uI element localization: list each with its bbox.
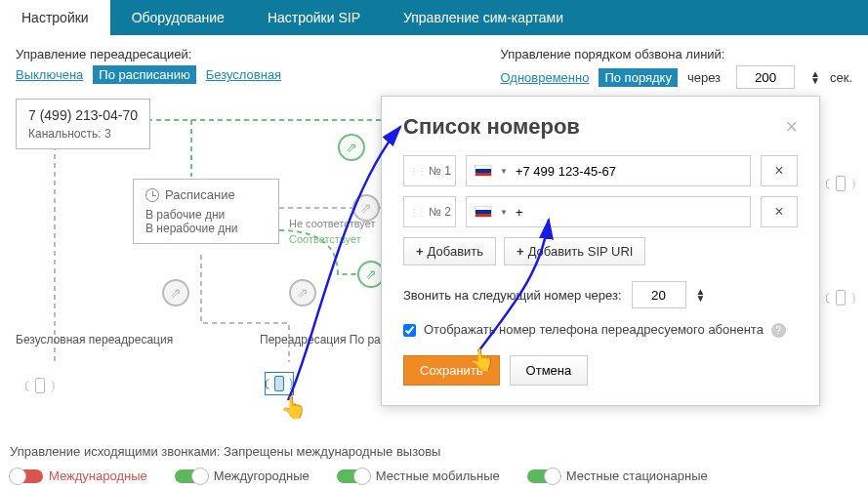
tab-equipment[interactable]: Оборудование xyxy=(110,0,246,35)
number-input-1[interactable] xyxy=(516,164,742,179)
phone-icon-scheduled[interactable]: ⟮⟯ xyxy=(265,372,294,395)
seconds-stepper[interactable]: ▲▼ xyxy=(810,70,820,84)
main-number: 7 (499) 213-04-70 xyxy=(28,107,138,123)
toggle-international[interactable]: Международные xyxy=(10,469,147,483)
forward-icon-inactive-2: ⇗ xyxy=(162,279,189,306)
order-seconds-input[interactable] xyxy=(736,65,795,89)
delete-number-1[interactable]: × xyxy=(761,155,798,186)
channel-count: Канальность: 3 xyxy=(28,127,138,141)
modal-title: Список номеров xyxy=(403,114,580,140)
flag-dropdown-2[interactable]: ▼ xyxy=(500,208,508,217)
tab-settings[interactable]: Настройки xyxy=(0,0,110,35)
order-opt-simultaneous[interactable]: Одновременно xyxy=(500,70,589,85)
match-yes-label: Соответствует xyxy=(289,233,361,245)
number-row-1: № 1 ▼ × xyxy=(403,155,798,186)
fwd-opt-off[interactable]: Выключена xyxy=(16,67,83,82)
delay-input[interactable] xyxy=(632,281,686,308)
order-after-label: через xyxy=(687,70,721,85)
fwd-opt-unconditional[interactable]: Безусловная xyxy=(206,67,281,82)
forward-icon-active[interactable]: ⇗ xyxy=(338,134,365,161)
tab-sip[interactable]: Настройки SIP xyxy=(246,0,382,35)
order-title: Управление порядком обзвона линий: xyxy=(500,47,852,61)
outgoing-title: Управление исходящими звонками: Запрещен… xyxy=(10,444,858,459)
show-caller-label: Отображать номер телефона переадресуемог… xyxy=(424,322,764,337)
toggle-local-landline[interactable]: Местные стационарные xyxy=(527,469,708,483)
phone-icon-right-1[interactable]: ⟮⟯ xyxy=(826,172,855,195)
delay-stepper[interactable]: ▲▼ xyxy=(696,288,706,302)
cancel-button[interactable]: Отмена xyxy=(510,355,589,386)
schedule-weekend: В нерабочие дни xyxy=(145,222,267,235)
flag-icon-ru-2[interactable] xyxy=(475,206,492,218)
forwarding-title: Управление переадресацией: xyxy=(16,47,281,61)
clock-icon xyxy=(145,188,159,202)
order-control: Управление порядком обзвона линий: Однов… xyxy=(500,47,852,89)
number-input-2[interactable] xyxy=(516,205,742,220)
number-row-2: № 2 ▼ × xyxy=(403,196,798,227)
help-icon[interactable]: ? xyxy=(771,323,786,338)
delay-label: Звонить на следующий номер через: xyxy=(403,288,622,303)
main-number-box[interactable]: 7 (499) 213-04-70 Канальность: 3 xyxy=(16,99,150,149)
number-list-modal: Список номеров × № 1 ▼ × № 2 ▼ × +Добави… xyxy=(381,96,820,406)
delete-number-2[interactable]: × xyxy=(761,196,798,227)
show-caller-checkbox[interactable] xyxy=(403,324,416,337)
schedule-box[interactable]: Расписание В рабочие дни В нерабочие дни xyxy=(133,179,279,244)
main-tabs: Настройки Оборудование Настройки SIP Упр… xyxy=(0,0,868,35)
forward-icon-inactive-1: ⇗ xyxy=(352,194,380,222)
forwarding-control: Управление переадресацией: Выключена По … xyxy=(16,47,281,89)
save-button[interactable]: Сохранить xyxy=(403,355,500,386)
number-field-1[interactable]: ▼ xyxy=(466,155,751,186)
drag-handle-1[interactable]: № 1 xyxy=(403,155,456,186)
phone-icon-right-2[interactable]: ⟮⟯ xyxy=(826,286,855,309)
fwd-opt-schedule[interactable]: По расписанию xyxy=(93,65,195,84)
toggle-local-mobile[interactable]: Местные мобильные xyxy=(337,469,500,483)
node-unconditional-label: Безусловная переадресация xyxy=(16,333,173,346)
schedule-workdays: В рабочие дни xyxy=(145,208,267,222)
add-number-button[interactable]: +Добавить xyxy=(403,237,496,265)
flag-dropdown-1[interactable]: ▼ xyxy=(500,167,508,176)
schedule-title: Расписание xyxy=(165,187,235,202)
phone-icon-1[interactable]: ⟮⟯ xyxy=(25,374,55,397)
number-field-2[interactable]: ▼ xyxy=(466,196,751,227)
order-opt-sequential[interactable]: По порядку xyxy=(599,68,678,87)
toggle-long-distance[interactable]: Междугородные xyxy=(175,469,310,483)
drag-handle-2[interactable]: № 2 xyxy=(403,196,456,227)
seconds-label: сек. xyxy=(830,70,852,85)
forward-icon-inactive-3: ⇗ xyxy=(289,279,316,306)
add-sip-uri-button[interactable]: +Добавить SIP URI xyxy=(504,237,645,265)
tab-sim[interactable]: Управление сим-картами xyxy=(382,0,585,35)
flag-icon-ru-1[interactable] xyxy=(475,165,492,177)
outgoing-footer: Управление исходящими звонками: Запрещен… xyxy=(10,444,858,483)
close-icon[interactable]: × xyxy=(785,114,798,140)
